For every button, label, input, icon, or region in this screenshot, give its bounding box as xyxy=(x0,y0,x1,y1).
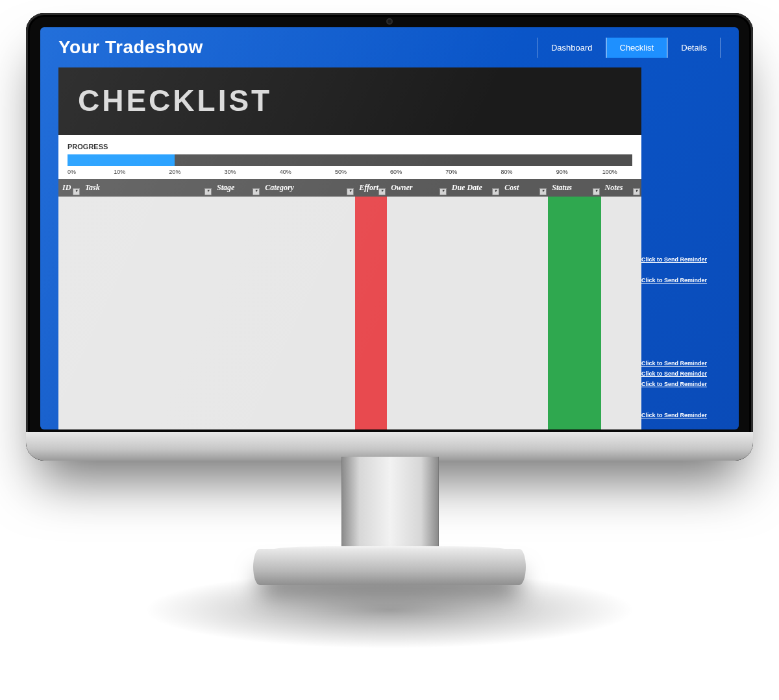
table-header-row: ID▾Task▾Stage▾Category▾Effort▾Owner▾Due … xyxy=(58,179,641,197)
cell-due: 12/26/2012 xyxy=(448,197,501,429)
filter-dropdown-icon[interactable]: ▾ xyxy=(73,188,80,195)
monitor-frame: Your Tradeshow DashboardChecklistDetails… xyxy=(26,13,753,461)
reminder-slot xyxy=(641,327,739,337)
filter-dropdown-icon[interactable]: ▾ xyxy=(539,188,547,195)
reminder-slot: Click to Send Reminder xyxy=(641,379,739,389)
reminder-slot xyxy=(641,234,739,244)
nav-tabs: DashboardChecklistDetails xyxy=(538,38,721,58)
reminder-slot: Click to Send Reminder xyxy=(641,275,739,285)
send-reminder-link[interactable]: Click to Send Reminder xyxy=(641,412,707,418)
cell-stage: Planning xyxy=(213,197,261,429)
reminder-slot xyxy=(641,348,739,358)
tick: 50% xyxy=(335,169,347,175)
tab-dashboard[interactable]: Dashboard xyxy=(538,38,606,58)
reminder-slot xyxy=(641,223,739,234)
app-screen: Your Tradeshow DashboardChecklistDetails… xyxy=(40,27,739,429)
reminder-slot xyxy=(641,389,739,400)
progress-section: PROGRESS 0%10%20%30%40%50%60%70%80%90%10… xyxy=(58,135,641,179)
col-task[interactable]: Task▾ xyxy=(81,179,213,197)
title-band: CHECKLIST xyxy=(58,67,641,135)
filter-dropdown-icon[interactable]: ▾ xyxy=(492,188,499,195)
camera-dot xyxy=(388,19,391,23)
reminder-slot xyxy=(641,420,739,429)
send-reminder-link[interactable]: Click to Send Reminder xyxy=(641,277,707,284)
send-reminder-link[interactable]: Click to Send Reminder xyxy=(641,381,707,387)
reminder-slot xyxy=(641,306,739,317)
cell-owner: New Guy xyxy=(387,197,448,429)
tick: 0% xyxy=(68,169,76,175)
filter-dropdown-icon[interactable]: ▾ xyxy=(378,188,386,195)
send-reminder-link[interactable]: Click to Send Reminder xyxy=(641,256,707,263)
cell-cost xyxy=(501,197,548,429)
progress-label: PROGRESS xyxy=(68,143,632,151)
col-category[interactable]: Category▾ xyxy=(261,179,355,197)
tick: 60% xyxy=(390,169,402,175)
cell-cat: Planning xyxy=(261,197,355,429)
reminder-slot xyxy=(641,285,739,296)
filter-dropdown-icon[interactable]: ▾ xyxy=(347,188,354,195)
filter-dropdown-icon[interactable]: ▾ xyxy=(633,188,640,195)
tab-checklist[interactable]: Checklist xyxy=(606,38,668,58)
filter-dropdown-icon[interactable]: ▾ xyxy=(593,188,600,195)
tick: 80% xyxy=(501,169,512,175)
progress-ticks: 0%10%20%30%40%50%60%70%80%90%100% xyxy=(68,169,632,175)
col-id[interactable]: ID▾ xyxy=(58,179,81,197)
cell-task: Complete Pre-Show Evalutation xyxy=(81,197,213,429)
send-reminder-link[interactable]: Click to Send Reminder xyxy=(641,360,707,367)
reminder-slot: Click to Send Reminder xyxy=(641,358,739,368)
col-notes[interactable]: Notes▾ xyxy=(601,179,642,197)
tick: 40% xyxy=(280,169,291,175)
table-body: 1.1Complete Pre-Show EvalutationPlanning… xyxy=(58,197,641,429)
reminder-slot xyxy=(641,213,739,223)
tick: 20% xyxy=(169,169,180,175)
col-stage[interactable]: Stage▾ xyxy=(213,179,261,197)
cell-status: Completed xyxy=(548,197,600,429)
reminder-column: Click to Send ReminderClick to Send Remi… xyxy=(641,67,739,429)
reminder-slot xyxy=(641,244,739,254)
checklist-table: ID▾Task▾Stage▾Category▾Effort▾Owner▾Due … xyxy=(58,179,641,429)
tick: 90% xyxy=(556,169,568,175)
col-cost[interactable]: Cost▾ xyxy=(501,179,548,197)
cell-effort: HIGH xyxy=(355,197,387,429)
tick: 70% xyxy=(445,169,457,175)
send-reminder-link[interactable]: Click to Send Reminder xyxy=(641,370,707,377)
progress-bar xyxy=(68,154,632,166)
reminder-slot xyxy=(641,400,739,410)
table-row[interactable]: 1.1Complete Pre-Show EvalutationPlanning… xyxy=(58,197,641,429)
col-due-date[interactable]: Due Date▾ xyxy=(448,179,501,197)
reminder-slot xyxy=(641,265,739,275)
cell-notes xyxy=(601,197,642,429)
cell-id: 1.1 xyxy=(58,197,81,429)
tick: 30% xyxy=(225,169,236,175)
filter-dropdown-icon[interactable]: ▾ xyxy=(253,188,260,195)
reminder-slot xyxy=(641,317,739,327)
page-title: CHECKLIST xyxy=(78,83,622,118)
reminder-slot: Click to Send Reminder xyxy=(641,254,739,265)
col-status[interactable]: Status▾ xyxy=(548,179,600,197)
tick: 100% xyxy=(602,169,617,175)
col-effort[interactable]: Effort▾ xyxy=(355,179,387,197)
col-owner[interactable]: Owner▾ xyxy=(387,179,448,197)
reminder-slot xyxy=(641,296,739,306)
brand-title: Your Tradeshow xyxy=(58,37,538,58)
monitor-neck xyxy=(341,457,439,554)
reminder-slot: Click to Send Reminder xyxy=(641,410,739,420)
reminder-slot xyxy=(641,337,739,348)
reminder-slot: Click to Send Reminder xyxy=(641,368,739,379)
tab-details[interactable]: Details xyxy=(667,38,721,58)
monitor-base xyxy=(253,549,526,585)
filter-dropdown-icon[interactable]: ▾ xyxy=(204,188,212,195)
tick: 10% xyxy=(114,169,125,175)
filter-dropdown-icon[interactable]: ▾ xyxy=(439,188,447,195)
progress-fill xyxy=(68,154,175,166)
